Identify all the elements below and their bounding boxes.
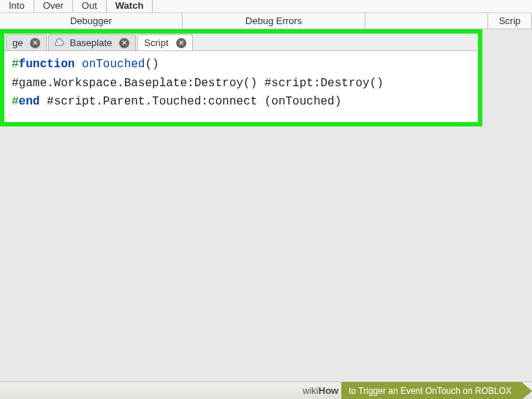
paren-token: () <box>145 58 159 71</box>
ribbon-btn-into[interactable]: Into <box>0 0 34 12</box>
close-icon[interactable]: ✕ <box>176 38 186 48</box>
wikihow-caption-bar: wikiHow to Trigger an Event OnTouch on R… <box>0 381 532 399</box>
close-icon[interactable]: ✕ <box>30 38 40 48</box>
ribbon-top-row: Into Over Out Watch <box>0 0 532 13</box>
ribbon-btn-watch[interactable]: Watch <box>107 0 153 12</box>
code-text: #game.Workspace.Baseplate:Destroy() <box>12 77 257 90</box>
group-label-debug-errors: Debug Errors <box>183 13 365 28</box>
code-line-1: #function onTouched() <box>12 56 471 75</box>
label: Into <box>9 0 25 11</box>
group-label-script: Scrip <box>488 13 532 28</box>
group-spacer <box>365 13 488 28</box>
label: Out <box>82 0 97 11</box>
code-text: #script.Parent.Touched:connect (onTouche… <box>47 95 341 108</box>
hash-token: # <box>12 58 19 71</box>
document-tab-bar: ge ✕ Baseplate ✕ Script ✕ <box>4 34 478 51</box>
wikihow-logo: wikiHow <box>300 385 341 396</box>
keyword-token: function <box>19 58 75 71</box>
identifier-token: onTouched <box>82 58 145 71</box>
label: Over <box>43 0 64 11</box>
code-text: #script:Destroy() <box>265 77 384 90</box>
highlight-box: ge ✕ Baseplate ✕ Script ✕ #function onTo… <box>0 29 482 126</box>
tab-label: ge <box>12 37 23 48</box>
close-icon[interactable]: ✕ <box>119 38 129 48</box>
tab-label: Script <box>144 37 168 48</box>
code-line-3: #end #script.Parent.Touched:connect (onT… <box>12 93 471 112</box>
wikihow-title: to Trigger an Event OnTouch on ROBLOX <box>341 382 522 399</box>
tab-baseplate[interactable]: Baseplate ✕ <box>48 34 136 50</box>
editor-area: ge ✕ Baseplate ✕ Script ✕ #function onTo… <box>0 29 532 381</box>
cloud-icon <box>55 38 65 48</box>
arrow-icon <box>522 382 532 400</box>
label: Watch <box>115 0 144 11</box>
group-label-debugger: Debugger <box>0 13 183 28</box>
brand-text: wiki <box>303 385 319 396</box>
tab-label: Baseplate <box>69 37 112 48</box>
ribbon-btn-out[interactable]: Out <box>73 0 107 12</box>
tab-script[interactable]: Script ✕ <box>137 34 192 50</box>
keyword-token: end <box>19 95 40 108</box>
brand-bold: How <box>319 385 338 396</box>
ribbon-btn-over[interactable]: Over <box>34 0 73 12</box>
ribbon-group-labels: Debugger Debug Errors Scrip <box>0 13 532 29</box>
hash-token: # <box>12 95 19 108</box>
code-editor[interactable]: #function onTouched() #game.Workspace.Ba… <box>4 51 478 122</box>
tab-page[interactable]: ge ✕ <box>6 34 47 50</box>
code-line-2: #game.Workspace.Baseplate:Destroy() #scr… <box>12 75 471 94</box>
